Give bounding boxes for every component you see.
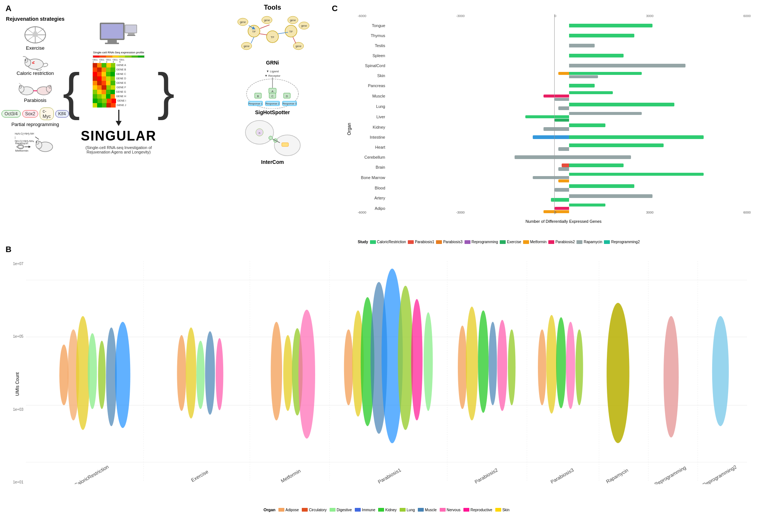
legend-metformin: Metformin bbox=[523, 240, 546, 244]
svg-point-120 bbox=[411, 299, 423, 421]
legend-para2: Parabiosis2 bbox=[548, 240, 575, 244]
panel-b-label: B bbox=[6, 245, 754, 254]
svg-point-10 bbox=[25, 60, 26, 61]
svg-text:gene: gene bbox=[244, 45, 250, 48]
svg-text:Response 3: Response 3 bbox=[282, 102, 296, 105]
svg-point-134 bbox=[664, 316, 679, 438]
svg-line-25 bbox=[35, 137, 39, 139]
svg-text:TF: TF bbox=[271, 36, 274, 39]
svg-text:Rapamycin: Rapamycin bbox=[605, 467, 629, 484]
svg-line-66 bbox=[251, 37, 254, 43]
svg-text:H₂N-C(=NH)-NH: H₂N-C(=NH)-NH bbox=[15, 132, 34, 135]
svg-text:gene: gene bbox=[240, 21, 246, 24]
svg-text:TF: TF bbox=[289, 30, 293, 33]
b-organ-legend: Organ Adipose Circulatory Digestive Immu… bbox=[26, 508, 747, 512]
svg-point-100 bbox=[76, 316, 90, 430]
reprogramming-label: Partial reprogramming bbox=[11, 122, 59, 127]
svg-text:B: B bbox=[257, 95, 259, 98]
rejuvenation-title: Rejuvenation strategies bbox=[6, 16, 65, 22]
panel-a: A Rejuvenation strategies bbox=[6, 4, 213, 245]
right-section: Tools TF TF TF gene bbox=[213, 4, 754, 245]
legend-exercise: Exercise bbox=[500, 240, 521, 244]
caloric-restriction-item: Caloric restriction bbox=[17, 54, 54, 76]
svg-point-113 bbox=[298, 310, 315, 439]
svg-text:Metformin: Metformin bbox=[280, 468, 302, 484]
svg-text:▼ Ligand: ▼ Ligand bbox=[266, 70, 279, 73]
svg-point-110 bbox=[271, 322, 282, 420]
exercise-icon bbox=[20, 25, 50, 45]
svg-point-19 bbox=[49, 85, 51, 88]
legend-immune: Immune bbox=[355, 508, 375, 512]
svg-text:CaloricRestriction: CaloricRestriction bbox=[73, 464, 110, 484]
intercom-diagram: n bbox=[235, 118, 310, 158]
svg-rect-41 bbox=[125, 25, 136, 33]
svg-text:Parabiosis2: Parabiosis2 bbox=[474, 467, 499, 484]
svg-point-29 bbox=[36, 142, 37, 143]
singular-text: SINGULAR bbox=[81, 128, 156, 144]
svg-point-133 bbox=[607, 303, 629, 443]
svg-text:Exercise: Exercise bbox=[190, 469, 209, 483]
tools-title: Tools bbox=[264, 4, 281, 11]
svg-text:Parabiosis3: Parabiosis3 bbox=[549, 467, 575, 484]
svg-point-106 bbox=[186, 327, 196, 419]
factor-oct: Oct3/4 bbox=[1, 110, 20, 118]
svg-text:D: D bbox=[286, 95, 288, 98]
legend-lung-b: Lung bbox=[400, 508, 415, 512]
heatmap-grid: GENE A GENE B GENE C GENE D GENE E GENE … bbox=[93, 63, 145, 108]
svg-point-132 bbox=[575, 329, 583, 405]
svg-point-109 bbox=[216, 338, 223, 410]
svg-point-105 bbox=[177, 335, 186, 411]
grni-label: GRNi bbox=[266, 60, 279, 66]
arrow-down bbox=[116, 110, 122, 126]
svg-text:Rapamycin: Rapamycin bbox=[15, 142, 28, 145]
svg-text:gene: gene bbox=[301, 24, 307, 27]
svg-point-98 bbox=[59, 344, 69, 405]
svg-point-125 bbox=[489, 322, 497, 405]
legend-reprog2: Reprogramming2 bbox=[604, 240, 640, 244]
svg-marker-31 bbox=[18, 146, 23, 148]
parabiosis-icon bbox=[19, 79, 52, 98]
factors-row: Oct3/4 Sox2 c-Myc Klf4 bbox=[1, 108, 69, 120]
metformin-rapamycin-icon: H₂N-C(=NH)-NH | NH-C(=NH)-NH₂ bbox=[15, 130, 56, 154]
svg-point-111 bbox=[283, 335, 293, 411]
svg-text:C: C bbox=[271, 95, 274, 98]
svg-text:gene: gene bbox=[264, 19, 270, 22]
svg-point-122 bbox=[458, 326, 467, 409]
svg-text:n: n bbox=[259, 132, 260, 134]
tools-section: Tools TF TF TF gene bbox=[213, 4, 332, 245]
svg-text:A: A bbox=[271, 90, 274, 93]
legend-para3: Parabiosis3 bbox=[436, 240, 462, 244]
legend-rapamycin: Rapamycin bbox=[576, 240, 602, 244]
top-section: A Rejuvenation strategies bbox=[0, 0, 760, 245]
svg-point-123 bbox=[466, 307, 478, 420]
intercom-label: InterCom bbox=[261, 159, 284, 165]
svg-point-20 bbox=[50, 86, 51, 87]
svg-rect-37 bbox=[101, 24, 123, 39]
legend-muscle-b: Muscle bbox=[418, 508, 437, 512]
svg-rect-39 bbox=[105, 43, 119, 44]
svg-point-15 bbox=[19, 85, 22, 88]
singular-subtitle: (Single-cell RNA-seq Investigation of Re… bbox=[85, 145, 152, 154]
parabiosis-label: Parabiosis bbox=[24, 98, 47, 103]
svg-text:Response 1: Response 1 bbox=[248, 102, 262, 105]
b-y-ticks: 1e+07 1e+05 1e+03 1e+01 bbox=[13, 262, 23, 484]
reprogramming-item: Oct3/4 Sox2 c-Myc Klf4 Partial reprogram… bbox=[1, 106, 69, 127]
svg-point-119 bbox=[398, 286, 413, 430]
svg-point-103 bbox=[106, 327, 117, 426]
c-legend: Study CaloricRestriction Parabiosis1 Par… bbox=[358, 240, 753, 244]
parabiosis-item: Parabiosis bbox=[19, 79, 52, 103]
legend-skin-b: Skin bbox=[495, 508, 509, 512]
svg-text:gene: gene bbox=[295, 45, 301, 48]
exercise-label: Exercise bbox=[26, 45, 44, 51]
svg-point-135 bbox=[712, 316, 729, 426]
exercise-item: Exercise bbox=[20, 25, 50, 51]
panel-c-label: C bbox=[332, 4, 338, 13]
caloric-mouse-icon bbox=[21, 54, 49, 70]
svg-line-63 bbox=[260, 25, 270, 29]
svg-point-114 bbox=[344, 329, 353, 405]
svg-marker-33 bbox=[29, 146, 31, 148]
svg-point-121 bbox=[424, 312, 433, 411]
metformin-rapamycin-item: H₂N-C(=NH)-NH | NH-C(=NH)-NH₂ bbox=[15, 130, 56, 154]
svg-point-131 bbox=[566, 322, 575, 409]
bottom-section: B UMIs Count 1e+07 1e+05 1e+03 1e+01 bbox=[0, 245, 760, 532]
